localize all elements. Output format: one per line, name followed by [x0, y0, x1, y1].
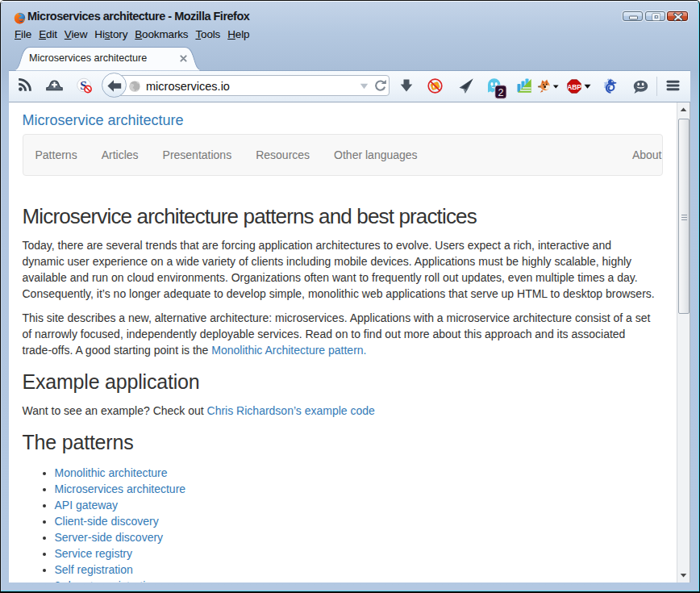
pattern-list-item: Microservices architecture	[55, 481, 663, 497]
close-icon	[668, 12, 689, 22]
send-page-icon[interactable]	[459, 78, 473, 94]
navbar-item: Presentations	[151, 135, 244, 175]
back-arrow-icon	[107, 79, 122, 93]
titlebar[interactable]: Microservices architecture - Mozilla Fir…	[2, 2, 698, 26]
pattern-link[interactable]: Service registry	[55, 547, 132, 560]
patterns-heading: The patterns	[23, 432, 663, 453]
urlbar-dropdown-icon[interactable]	[360, 83, 369, 90]
pattern-list-item: Service registry	[55, 545, 663, 562]
navbar-menu: PatternsArticlesPresentationsResourcesOt…	[23, 135, 662, 175]
menu-item[interactable]: Edit	[35, 26, 60, 43]
scrollbar-grip	[681, 215, 687, 216]
chat-smiley-icon[interactable]	[633, 80, 648, 94]
menu-item[interactable]: File	[11, 26, 35, 43]
scroll-down-button[interactable]	[677, 567, 690, 583]
seahorse-addon-icon[interactable]	[602, 77, 617, 94]
navbar-right: About	[620, 135, 662, 175]
browser-window: Microservices architecture - Mozilla Fir…	[0, 0, 700, 593]
globe-icon	[129, 81, 140, 92]
patterns-list: Monolithic architectureMicroservices arc…	[23, 465, 663, 583]
text-segment: Today, there are several trends that are…	[23, 239, 655, 300]
navbar-item: Resources	[244, 135, 322, 175]
green-addon-icon[interactable]	[516, 77, 532, 94]
minimize-button[interactable]	[623, 11, 643, 21]
menu-item[interactable]: Bookmarks	[131, 26, 191, 43]
navbar-link[interactable]: Other languages	[322, 135, 430, 175]
pattern-link[interactable]: Monolithic architecture	[55, 466, 168, 479]
minimize-icon	[623, 12, 644, 22]
adblock-plus-icon[interactable]: ABP	[566, 79, 591, 94]
menu-item[interactable]: Tools	[192, 26, 223, 43]
pattern-link[interactable]: Server-side discovery	[55, 531, 164, 544]
url-text[interactable]: microservices.io	[146, 80, 230, 93]
menubar: File Edit View History Bookmarks Tools H…	[2, 24, 698, 44]
tab[interactable]: Microservices architecture	[13, 46, 203, 71]
url-bar[interactable]: microservices.io	[118, 75, 390, 96]
pattern-list-item: Server-side discovery	[55, 529, 663, 545]
inline-link[interactable]: Chris Richardson’s example code	[207, 404, 375, 417]
fox-addon-icon[interactable]	[537, 79, 559, 94]
pattern-link[interactable]: Microservices architecture	[55, 482, 186, 495]
pattern-link[interactable]: 3rd party registration	[55, 579, 158, 583]
pattern-link[interactable]: API gateway	[55, 499, 119, 512]
nav-toolbar: S microservices.io	[9, 70, 690, 102]
vertical-scrollbar[interactable]	[677, 102, 690, 583]
ghostery-badge: 2	[498, 87, 503, 98]
pattern-list-item: Self registration	[55, 562, 663, 578]
navbar-item: Patterns	[23, 135, 90, 175]
window-controls	[621, 11, 689, 21]
navbar-link[interactable]: Patterns	[23, 135, 90, 175]
ghostery-icon[interactable]: 2	[487, 77, 508, 100]
example-heading: Example application	[23, 371, 663, 393]
stylish-disabled-icon[interactable]: S	[76, 77, 94, 94]
navbar-link[interactable]: Presentations	[151, 135, 244, 175]
navbar-item-about[interactable]: About	[620, 135, 662, 175]
pattern-link[interactable]: Client-side discovery	[55, 515, 159, 528]
flashblock-icon[interactable]	[427, 78, 443, 94]
page-viewport: Microservice architecture PatternsArticl…	[9, 102, 677, 583]
site-brand-link[interactable]: Microservice architecture	[23, 112, 184, 129]
tab-title: Microservices architecture	[29, 52, 147, 64]
session-add-icon[interactable]	[46, 79, 63, 91]
navbar-item: Other languages	[322, 135, 430, 175]
back-button[interactable]	[102, 73, 127, 98]
pattern-list-item: API gateway	[55, 497, 663, 513]
text-segment: Want to see an example? Check out	[23, 404, 207, 417]
page-content: Microservice architecture PatternsArticl…	[23, 102, 663, 583]
pattern-list-item: 3rd party registration	[55, 578, 663, 583]
intro-paragraph-2: This site describes a new, alternative a…	[23, 310, 656, 358]
navbar-item: Articles	[90, 135, 151, 175]
close-button[interactable]	[667, 11, 688, 21]
pattern-link[interactable]: Self registration	[55, 563, 133, 576]
menu-item[interactable]: Help	[224, 26, 252, 43]
download-icon[interactable]	[400, 79, 413, 92]
pattern-list-item: Monolithic architecture	[55, 465, 663, 481]
scrollbar-thumb[interactable]	[678, 119, 690, 314]
inline-link[interactable]: Monolithic Architecture pattern.	[211, 344, 366, 357]
menu-item[interactable]: History	[91, 26, 131, 43]
window-title: Microservices architecture - Mozilla Fir…	[27, 10, 249, 23]
navbar-link[interactable]: Articles	[90, 135, 151, 175]
menu-item[interactable]: View	[61, 26, 90, 43]
example-paragraph: Want to see an example? Check out Chris …	[23, 403, 656, 419]
maximize-icon	[646, 12, 666, 22]
pattern-list-item: Client-side discovery	[55, 513, 663, 529]
page-title: Microservice architecture patterns and b…	[23, 205, 663, 228]
intro-paragraph-1: Today, there are several trends that are…	[23, 237, 656, 302]
abp-label: ABP	[567, 83, 581, 91]
toolbar-separator	[656, 77, 657, 96]
navbar-link[interactable]: Resources	[244, 135, 322, 175]
menu-hamburger-icon[interactable]	[666, 80, 680, 91]
tab-close-icon[interactable]	[180, 55, 187, 62]
firefox-icon	[14, 12, 26, 24]
site-navbar: PatternsArticlesPresentationsResourcesOt…	[23, 134, 663, 176]
rss-feed-icon[interactable]	[18, 78, 31, 92]
reload-icon[interactable]	[374, 80, 386, 92]
maximize-button[interactable]	[645, 11, 665, 21]
scroll-up-button[interactable]	[677, 102, 690, 118]
tabbar: Microservices architecture	[2, 45, 698, 70]
